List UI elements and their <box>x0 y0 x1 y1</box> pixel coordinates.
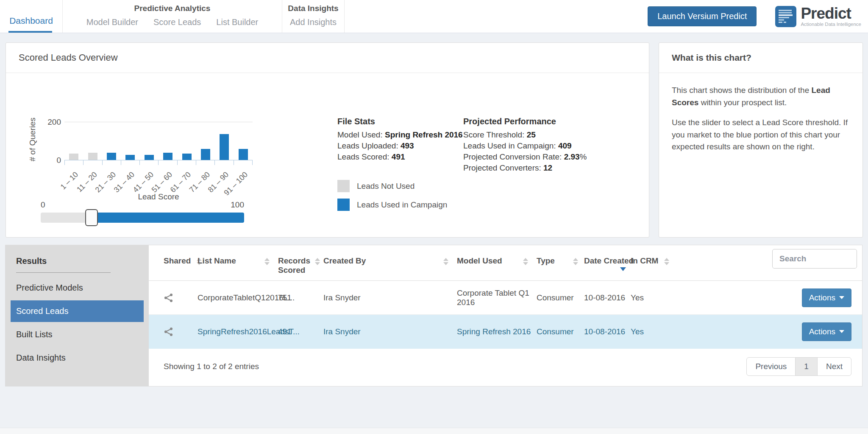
sort-arrows-icon <box>315 258 320 265</box>
actions-button[interactable]: Actions <box>802 322 851 341</box>
info-panel-header: What is this chart? <box>659 43 862 73</box>
slider-handle[interactable] <box>85 209 98 226</box>
actions-button[interactable]: Actions <box>802 288 851 307</box>
bar-used <box>182 154 192 160</box>
nav-dashboard-link[interactable]: Dashboard <box>9 16 53 26</box>
nav-section-predictive-analytics: Predictive Analytics Model Builder Score… <box>63 0 282 33</box>
results-sidebar-title: Results <box>16 256 138 266</box>
legend-label-used: Leads Used in Campaign <box>357 200 447 210</box>
scored-leads-table: Shared List Name Records Scored Created … <box>149 245 862 386</box>
nav-score-leads-link[interactable]: Score Leads <box>153 17 201 27</box>
bar-not-used <box>69 154 78 160</box>
actions-cell: Actions <box>686 288 851 307</box>
column-header-in-crm[interactable]: In CRM <box>631 256 686 266</box>
list-name-cell: CorporateTabletQ12016L... <box>198 293 278 302</box>
list-name-cell: SpringRefresh2016LeadsT... <box>198 327 278 336</box>
scored-leads-overview-panel: Scored Leads Overview # of Queries 200 0… <box>6 42 649 238</box>
bar-not-used <box>88 153 97 160</box>
caret-down-icon <box>839 330 844 333</box>
page-1-button[interactable]: 1 <box>795 357 818 376</box>
results-sidebar: Results Predictive Models Scored Leads B… <box>6 245 149 386</box>
column-header-date-created[interactable]: Date Created <box>584 256 631 271</box>
records-scored-cell: 751 <box>278 293 323 302</box>
bar-slot <box>177 154 196 160</box>
column-header-records-scored[interactable]: Records Scored <box>278 256 323 275</box>
projected-performance-heading: Projected Performance <box>463 117 587 126</box>
bar-used <box>220 134 229 160</box>
bar-slot <box>140 155 159 160</box>
legend-swatch-gray <box>337 180 350 192</box>
file-stats-heading: File Stats <box>337 117 463 126</box>
share-icon[interactable] <box>164 327 174 337</box>
stat-conversion-rate: Projected Conversion Rate: 2.93% <box>463 151 587 162</box>
overview-panel-header: Scored Leads Overview <box>6 43 649 73</box>
info-panel-body: This chart shows the distribution of the… <box>659 73 862 165</box>
records-scored-cell: 491 <box>278 327 323 336</box>
shared-cell <box>164 327 198 337</box>
slider-track[interactable] <box>41 213 244 223</box>
sidebar-item-data-insights[interactable]: Data Insights <box>11 347 144 369</box>
search-input[interactable] <box>772 249 857 269</box>
caret-down-icon <box>839 296 844 299</box>
sidebar-item-predictive-models[interactable]: Predictive Models <box>11 277 144 299</box>
nav-list-builder-link[interactable]: List Builder <box>216 17 258 27</box>
share-icon[interactable] <box>164 293 174 303</box>
column-header-list-name[interactable]: List Name <box>198 256 278 266</box>
nav-model-builder-link[interactable]: Model Builder <box>86 17 138 27</box>
projected-performance-block: Projected Performance Score Threshold: 2… <box>463 117 587 174</box>
date-created-cell: 10-08-2016 <box>584 293 631 302</box>
nav-group-title-data-insights: Data Insights <box>288 4 338 13</box>
nav-add-insights-link[interactable]: Add Insights <box>290 17 337 27</box>
table-footer: Showing 1 to 2 of 2 entries Previous 1 N… <box>149 349 862 386</box>
info-paragraph-2: Use the slider to select a Lead Score th… <box>672 117 850 153</box>
bar-slot <box>121 155 139 160</box>
bar-used <box>107 153 116 160</box>
column-header-shared[interactable]: Shared <box>164 256 198 266</box>
pagination: Previous 1 Next <box>746 357 851 376</box>
nav-spacer <box>345 0 648 33</box>
sort-arrows-icon <box>523 258 528 265</box>
model-used-cell: Spring Refresh 2016 <box>457 327 537 336</box>
showing-entries-text: Showing 1 to 2 of 2 entries <box>164 362 259 371</box>
lead-score-threshold-slider: 0 100 <box>41 200 244 223</box>
horizontal-scrollbar[interactable] <box>0 428 868 434</box>
model-used-cell: Corporate Tablet Q1 2016 <box>457 288 537 307</box>
table-header-row: Shared List Name Records Scored Created … <box>149 245 862 281</box>
bar-slot <box>102 153 121 160</box>
bar-slot <box>215 134 234 160</box>
column-header-model-used[interactable]: Model Used <box>457 256 537 266</box>
legend-item-used: Leads Used in Campaign <box>337 199 447 211</box>
sort-arrows-icon <box>573 258 578 265</box>
date-created-cell: 10-08-2016 <box>584 327 631 336</box>
table-row-corporate-tablet[interactable]: CorporateTabletQ12016L... 751 Ira Snyder… <box>149 281 862 315</box>
info-panel-title: What is this chart? <box>672 53 751 63</box>
bar-used <box>145 155 154 160</box>
legend-item-not-used: Leads Not Used <box>337 180 447 192</box>
launch-versium-predict-button[interactable]: Launch Versium Predict <box>648 6 757 26</box>
chart-bars <box>64 121 253 160</box>
type-cell: Consumer <box>537 293 584 302</box>
in-crm-cell: Yes <box>631 293 686 302</box>
lead-score-bar-chart: 1 – 1011 – 2021 – 3031 – 4041 – 5051 – 6… <box>64 122 253 160</box>
stat-model-used: Model Used: Spring Refresh 2016 <box>337 129 463 140</box>
logo-text: Predict Actionable Data Intelligence <box>801 6 861 27</box>
what-is-this-chart-panel: What is this chart? This chart shows the… <box>659 42 863 238</box>
table-row-spring-refresh[interactable]: SpringRefresh2016LeadsT... 491 Ira Snyde… <box>149 315 862 349</box>
chart-legend: Leads Not Used Leads Used in Campaign <box>337 180 447 217</box>
logo-tagline: Actionable Data Intelligence <box>801 22 861 27</box>
sort-arrows-icon <box>264 258 270 265</box>
in-crm-cell: Yes <box>631 327 686 336</box>
bar-slot <box>64 154 83 160</box>
stat-leads-used: Leads Used in Campaign: 409 <box>463 140 587 151</box>
previous-page-button[interactable]: Previous <box>746 357 796 376</box>
sidebar-item-built-lists[interactable]: Built Lists <box>11 324 144 345</box>
predict-logo: Predict Actionable Data Intelligence <box>775 6 861 27</box>
slider-labels: 0 100 <box>41 200 244 210</box>
column-header-created-by[interactable]: Created By <box>323 256 457 266</box>
next-page-button[interactable]: Next <box>817 357 851 376</box>
chart-y-axis-label: # of Queries <box>28 112 37 167</box>
shared-cell <box>164 293 198 303</box>
column-header-type[interactable]: Type <box>537 256 584 266</box>
sidebar-item-scored-leads[interactable]: Scored Leads <box>11 300 144 322</box>
dashboard-active-underline <box>8 31 52 33</box>
